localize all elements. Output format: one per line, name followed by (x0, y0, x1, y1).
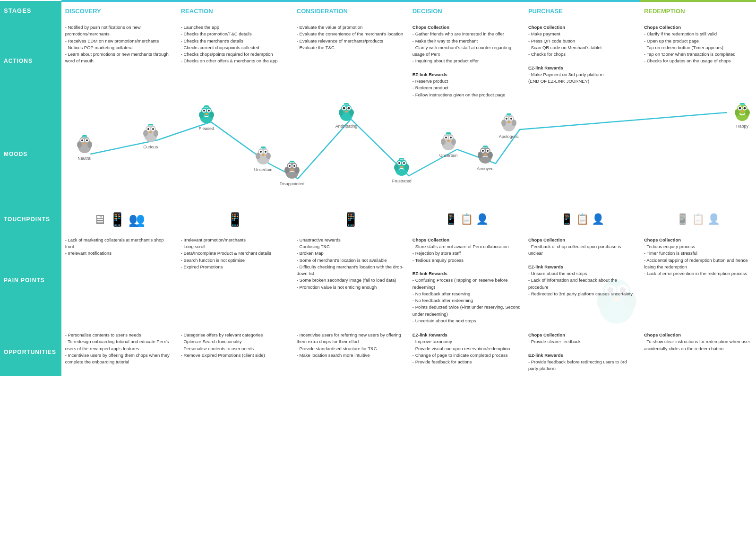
svg-point-41 (266, 153, 271, 159)
svg-point-129 (624, 293, 636, 310)
mood-uncertain-consideration: perx Uncertain (254, 146, 273, 172)
svg-point-19 (154, 130, 158, 137)
phone-icon-redemption: 📱 (676, 213, 689, 225)
svg-point-104 (510, 118, 512, 120)
actions-redemption: Chops Collection - Clarify if the redemp… (640, 20, 756, 102)
pain-points-decision: Chops Collection - Store staffs are not … (409, 233, 524, 328)
svg-point-62 (339, 109, 344, 116)
svg-point-16 (152, 128, 154, 130)
svg-point-121 (599, 289, 634, 323)
header-decision: DECISION (409, 1, 524, 20)
svg-point-71 (403, 162, 405, 164)
svg-point-59 (343, 107, 345, 109)
touchpoints-label: TOUCH­POINTS (0, 206, 61, 233)
touchpoints-redemption: 📱 📋 👤 (640, 206, 756, 233)
touchpoints-decision: 📱 📋 👤 (409, 206, 524, 233)
svg-text:perx: perx (344, 104, 349, 106)
svg-point-30 (209, 112, 214, 118)
phone-icon: 📱 (109, 212, 126, 227)
svg-text:perx: perx (148, 124, 153, 127)
mood-uncertain-purchase: perx Uncertain (439, 131, 458, 158)
svg-point-37 (260, 151, 262, 153)
svg-point-51 (284, 167, 289, 173)
svg-text:perx: perx (290, 161, 294, 164)
svg-point-117 (735, 109, 739, 116)
svg-point-18 (143, 130, 148, 137)
svg-text:perx: perx (82, 136, 86, 138)
monitor-icon: 🖥 (93, 212, 106, 227)
svg-point-83 (447, 140, 450, 142)
svg-point-126 (619, 287, 626, 293)
svg-point-15 (147, 128, 149, 130)
svg-point-26 (203, 110, 205, 112)
opportunities-reaction: - Categorise offers by relevant categori… (177, 328, 293, 376)
svg-point-74 (404, 164, 409, 171)
svg-point-84 (441, 138, 446, 145)
mood-line-chart (61, 102, 756, 206)
svg-point-82 (450, 137, 452, 138)
header-consideration: CONSIDERATION (293, 1, 409, 20)
document-icon-purchase: 📋 (576, 213, 589, 225)
people-icon-redemption: 👤 (707, 213, 720, 225)
svg-point-50 (291, 169, 293, 171)
mood-anticipating: perx Anticipating (335, 102, 358, 129)
pain-points-label: PAIN POINTS (0, 233, 61, 328)
phone-icon-decision: 📱 (445, 213, 457, 225)
svg-text:perx: perx (447, 133, 451, 135)
people-icon: 👥 (129, 212, 145, 227)
svg-point-115 (744, 107, 746, 109)
pain-points-consideration: - Unattractive rewards - Confusing T&C -… (293, 233, 409, 328)
svg-point-39 (262, 154, 265, 156)
svg-point-8 (87, 141, 92, 148)
mood-annoyed: perx Annoyed (476, 145, 494, 171)
phone-icon-reaction: 📱 (227, 212, 243, 227)
mood-curious: perx Curious (142, 123, 160, 149)
opportunities-label: OPPOR­TUNITIES (0, 328, 61, 376)
pain-points-reaction: - Irrelevant promotion/merchants - Long … (177, 233, 293, 328)
svg-point-27 (208, 110, 210, 112)
svg-point-61 (345, 111, 348, 112)
svg-point-40 (256, 153, 260, 159)
mood-pleased: perx Pleased (198, 104, 215, 131)
touchpoints-discovery: 🖥 📱 👥 (61, 206, 177, 233)
svg-point-28 (205, 113, 208, 115)
svg-point-116 (741, 111, 744, 112)
svg-point-96 (488, 152, 493, 158)
svg-point-4 (81, 139, 83, 141)
svg-text:perx: perx (740, 104, 745, 106)
svg-point-128 (597, 293, 609, 310)
actions-reaction: - Launches the app - Checks the promotio… (177, 20, 293, 102)
svg-point-7 (77, 141, 82, 148)
svg-point-72 (400, 166, 403, 168)
svg-point-95 (478, 152, 482, 158)
svg-point-125 (607, 287, 613, 293)
touchpoints-consideration: 📱 (293, 206, 409, 233)
svg-point-5 (86, 139, 88, 141)
svg-point-29 (199, 112, 204, 118)
svg-text:perx: perx (507, 114, 511, 116)
svg-point-122 (603, 279, 630, 303)
svg-point-127 (613, 296, 620, 301)
svg-point-48 (289, 165, 291, 167)
opportunities-decision: EZ-link Rewards - Improve taxonomy - Pro… (409, 328, 524, 376)
svg-text:perx: perx (400, 158, 404, 161)
svg-point-105 (507, 121, 510, 123)
svg-point-17 (149, 131, 152, 133)
header-discovery: DISCOVERY (61, 1, 177, 20)
actions-purchase: Chops Collection - Make payment - Press … (524, 20, 640, 102)
svg-point-85 (451, 138, 456, 145)
mood-frustrated: perx Frustrated (392, 157, 412, 183)
pain-points-purchase: Chops Collection - Feedback of chop coll… (524, 233, 640, 328)
pain-points-discovery: - Lack of marketing collaterals at merch… (61, 233, 177, 328)
actions-consideration: - Evaluate the value of promotion - Eval… (293, 20, 409, 102)
svg-point-6 (83, 143, 86, 145)
svg-point-92 (482, 150, 484, 152)
mood-neutral: perx Neutral (76, 134, 94, 161)
svg-point-124 (617, 285, 628, 296)
svg-point-60 (347, 107, 350, 109)
journey-map-table: STAGES DISCOVERY REACTION CONSIDERATION … (0, 0, 756, 376)
moods-chart-area: perx Neutral perx (61, 102, 756, 206)
svg-point-118 (745, 109, 750, 116)
svg-point-93 (487, 150, 489, 152)
svg-point-49 (293, 165, 295, 167)
